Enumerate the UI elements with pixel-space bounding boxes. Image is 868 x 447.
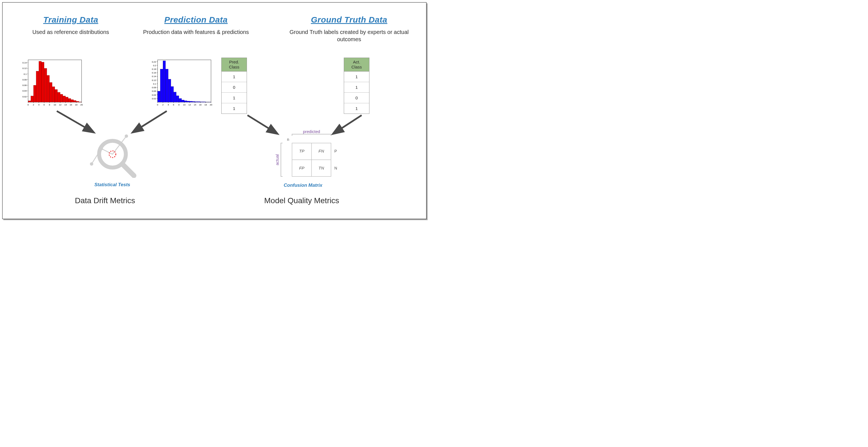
svg-text:4: 4: [167, 103, 169, 106]
svg-text:0.06: 0.06: [152, 90, 156, 92]
svg-point-126: [90, 162, 93, 166]
pred-table-header: Pred. Class: [222, 58, 247, 71]
svg-rect-105: [166, 69, 168, 102]
svg-text:0.06: 0.06: [22, 84, 27, 87]
svg-text:0.08: 0.08: [22, 78, 27, 81]
svg-rect-56: [79, 102, 82, 102]
svg-text:18: 18: [75, 103, 78, 106]
svg-text:0.14: 0.14: [152, 75, 156, 78]
svg-rect-102: [158, 91, 160, 102]
svg-rect-49: [60, 94, 63, 102]
svg-rect-48: [58, 92, 60, 102]
table-row: 1: [344, 71, 369, 82]
svg-rect-50: [63, 96, 66, 102]
confusion-actual-label: actual: [275, 154, 279, 165]
svg-rect-38: [31, 96, 34, 102]
training-histogram: 0.020.040.060.080.10.120.140246810121416…: [19, 58, 83, 108]
svg-text:0.16: 0.16: [152, 71, 156, 74]
svg-text:8: 8: [179, 103, 180, 106]
svg-text:2: 2: [33, 103, 34, 106]
table-row: 1: [344, 82, 369, 93]
svg-text:0.1: 0.1: [153, 83, 156, 85]
pred-class-table: Pred. Class 1 0 1 1: [221, 58, 247, 114]
training-subtitle: Used as reference distributions: [11, 28, 130, 36]
svg-rect-117: [198, 102, 200, 102]
svg-rect-42: [41, 62, 44, 102]
svg-text:16: 16: [199, 103, 202, 106]
svg-rect-115: [192, 101, 195, 102]
svg-text:4: 4: [38, 103, 39, 106]
model-quality-metrics-label: Model Quality Metrics: [264, 196, 339, 205]
svg-rect-45: [50, 83, 52, 102]
svg-rect-54: [73, 100, 76, 102]
svg-text:6: 6: [43, 103, 45, 106]
table-row: 1: [222, 71, 247, 82]
svg-text:P: P: [334, 149, 337, 153]
svg-text:TP: TP: [299, 149, 304, 153]
svg-rect-109: [176, 96, 179, 102]
confusion-matrix: predicted actual n TP FN FP TN P N: [275, 129, 345, 182]
data-drift-metrics-label: Data Drift Metrics: [75, 196, 135, 205]
truth-title: Ground Truth Data: [284, 15, 414, 25]
svg-text:2: 2: [162, 103, 164, 106]
act-table-header: Act. Class: [344, 58, 369, 71]
table-row: 0: [344, 93, 369, 103]
table-row: 1: [222, 103, 247, 114]
svg-line-124: [247, 115, 277, 133]
svg-rect-51: [65, 97, 68, 102]
svg-rect-53: [71, 100, 74, 102]
svg-text:0: 0: [28, 103, 29, 106]
svg-text:0.22: 0.22: [152, 61, 156, 63]
svg-rect-107: [171, 87, 174, 102]
svg-rect-55: [76, 101, 79, 102]
svg-text:10: 10: [183, 103, 186, 106]
svg-rect-112: [184, 101, 187, 102]
table-row: 0: [222, 82, 247, 93]
svg-text:0.12: 0.12: [152, 79, 156, 82]
svg-text:10: 10: [54, 103, 56, 106]
svg-rect-111: [182, 100, 184, 102]
svg-text:0.14: 0.14: [22, 62, 27, 64]
svg-text:14: 14: [64, 103, 67, 106]
svg-text:0.18: 0.18: [152, 68, 156, 70]
svg-rect-106: [168, 79, 171, 102]
svg-rect-113: [187, 101, 190, 102]
prediction-subtitle: Production data with features & predicti…: [130, 28, 261, 36]
training-title: Training Data: [11, 15, 130, 25]
svg-text:0.04: 0.04: [152, 94, 156, 96]
svg-rect-103: [160, 69, 163, 102]
svg-rect-44: [47, 75, 50, 102]
svg-rect-120: [206, 102, 209, 102]
svg-text:0.04: 0.04: [22, 90, 27, 92]
svg-rect-114: [190, 101, 192, 102]
svg-text:0.1: 0.1: [24, 73, 27, 75]
svg-rect-104: [163, 61, 166, 102]
column-truth: Ground Truth Data Ground Truth labels cr…: [284, 15, 414, 43]
truth-subtitle: Ground Truth labels created by experts o…: [284, 28, 414, 43]
svg-rect-46: [52, 87, 55, 102]
svg-rect-41: [39, 61, 41, 102]
svg-text:FP: FP: [299, 166, 304, 170]
svg-text:0.2: 0.2: [153, 64, 156, 67]
svg-text:12: 12: [188, 103, 191, 106]
svg-rect-47: [55, 89, 58, 102]
magnifier-icon: [86, 128, 139, 178]
confusion-predicted-label: predicted: [303, 129, 320, 134]
svg-rect-121: [208, 102, 211, 102]
svg-rect-37: [28, 101, 31, 102]
svg-point-128: [125, 134, 128, 138]
svg-text:14: 14: [194, 103, 196, 106]
svg-text:16: 16: [70, 103, 72, 106]
svg-text:12: 12: [59, 103, 62, 106]
svg-rect-43: [44, 68, 47, 102]
svg-text:N: N: [334, 166, 337, 170]
svg-rect-110: [179, 99, 182, 102]
svg-text:TN: TN: [318, 166, 324, 170]
prediction-title: Prediction Data: [130, 15, 261, 25]
svg-text:n: n: [287, 137, 289, 142]
svg-text:0.02: 0.02: [152, 97, 156, 100]
column-training: Training Data Used as reference distribu…: [11, 15, 130, 36]
statistical-tests-label: Statistical Tests: [94, 182, 130, 188]
svg-line-130: [122, 164, 134, 175]
column-prediction: Prediction Data Production data with fea…: [130, 15, 261, 36]
